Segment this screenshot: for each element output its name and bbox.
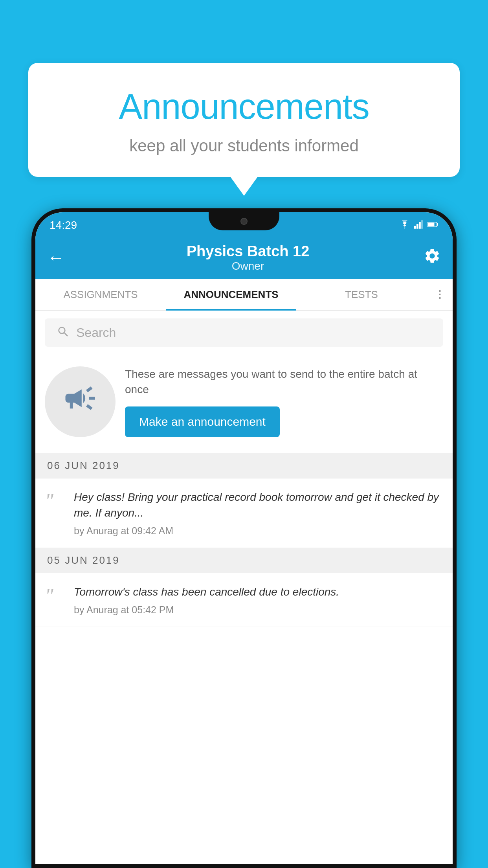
search-container: Search xyxy=(35,311,453,355)
date-separator-1: 06 JUN 2019 xyxy=(35,453,453,478)
megaphone-icon xyxy=(62,381,98,423)
announcement-text-1: Hey class! Bring your practical record b… xyxy=(74,489,443,520)
tab-announcements[interactable]: ANNOUNCEMENTS xyxy=(166,279,296,310)
quote-icon-2: " xyxy=(45,586,64,606)
search-icon xyxy=(57,325,70,340)
search-bar[interactable]: Search xyxy=(45,318,443,347)
bubble-title: Announcements xyxy=(48,86,440,127)
promo-description: These are messages you want to send to t… xyxy=(125,366,443,397)
announcement-content-2: Tomorrow's class has been cancelled due … xyxy=(74,584,443,616)
back-button[interactable]: ← xyxy=(47,249,64,266)
announcement-meta-2: by Anurag at 05:42 PM xyxy=(74,604,443,616)
quote-icon-1: " xyxy=(45,491,64,511)
app-bar-title-group: Physics Batch 12 Owner xyxy=(72,243,424,272)
phone-notch xyxy=(209,212,279,230)
announcement-item-1[interactable]: " Hey class! Bring your practical record… xyxy=(35,478,453,548)
announcement-meta-1: by Anurag at 09:42 AM xyxy=(74,525,443,537)
svg-rect-1 xyxy=(416,224,418,229)
settings-button[interactable] xyxy=(424,247,441,268)
battery-icon xyxy=(427,221,438,230)
phone-inner: 14:29 xyxy=(35,212,453,864)
svg-rect-3 xyxy=(421,220,423,229)
date-separator-2: 05 JUN 2019 xyxy=(35,548,453,573)
announcement-text-2: Tomorrow's class has been cancelled due … xyxy=(74,584,443,600)
phone-frame: 14:29 xyxy=(31,208,457,868)
tab-more[interactable]: ⋮ xyxy=(427,279,453,310)
signal-icon xyxy=(414,220,424,230)
bubble-subtitle: keep all your students informed xyxy=(48,136,440,155)
app-bar: ← Physics Batch 12 Owner xyxy=(35,236,453,279)
promo-content: These are messages you want to send to t… xyxy=(125,366,443,437)
speech-bubble: Announcements keep all your students inf… xyxy=(28,63,460,177)
svg-rect-0 xyxy=(414,226,416,229)
tab-assignments[interactable]: ASSIGNMENTS xyxy=(35,279,166,310)
promo-section: These are messages you want to send to t… xyxy=(35,355,453,453)
announcement-content-1: Hey class! Bring your practical record b… xyxy=(74,489,443,536)
status-icons xyxy=(399,220,438,230)
svg-rect-5 xyxy=(437,223,438,226)
wifi-icon xyxy=(399,220,410,230)
svg-rect-6 xyxy=(428,223,435,226)
search-placeholder: Search xyxy=(76,326,116,340)
tab-bar: ASSIGNMENTS ANNOUNCEMENTS TESTS ⋮ xyxy=(35,279,453,311)
svg-rect-2 xyxy=(419,222,421,229)
announcement-item-2[interactable]: " Tomorrow's class has been cancelled du… xyxy=(35,573,453,627)
app-bar-subtitle: Owner xyxy=(72,260,424,272)
promo-icon-circle xyxy=(45,366,116,437)
app-bar-title: Physics Batch 12 xyxy=(72,243,424,260)
camera-dot xyxy=(240,218,248,225)
make-announcement-button[interactable]: Make an announcement xyxy=(125,406,280,437)
tab-tests[interactable]: TESTS xyxy=(296,279,427,310)
